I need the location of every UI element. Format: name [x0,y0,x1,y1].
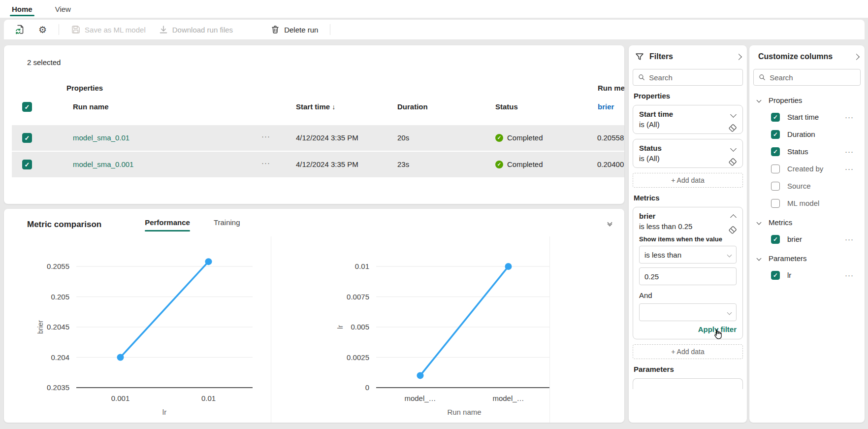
checkbox[interactable] [771,182,780,191]
filter-condition: is less than 0.25 [639,222,737,231]
checkbox[interactable] [771,130,780,139]
trash-icon [270,25,280,34]
collapse-panel-icon[interactable] [853,54,860,60]
filter-condition: is (All) [639,120,737,129]
column-header-start-time[interactable]: Start time↓ [296,102,335,111]
chevron-down-icon [727,252,732,257]
save-as-ml-model-button[interactable]: Save as ML model [67,23,150,36]
rerun-button[interactable] [11,22,30,37]
chevron-down-icon [757,256,762,261]
filters-properties-heading: Properties [634,92,742,100]
filters-metrics-heading: Metrics [634,194,742,202]
chart-lr-vs-run-name: 00.00250.0050.00750.01model_…model_…Run … [271,236,550,423]
filters-search-input[interactable] [649,73,738,82]
column-toggle-ml-model: ML model [753,195,861,212]
eraser-icon[interactable] [728,225,738,235]
tab-view[interactable]: View [54,1,72,17]
svg-text:0.0025: 0.0025 [347,353,369,362]
tab-home[interactable]: Home [11,1,33,17]
checkbox[interactable] [771,271,780,280]
column-group-run-metrics: Run me [598,84,624,92]
checkbox[interactable] [771,147,780,156]
status-cell: Completed [495,133,543,142]
customize-columns-panel: Customize columns Properties Start time … [749,45,865,423]
svg-text:lr: lr [162,408,166,416]
row-checkbox[interactable] [22,160,32,169]
svg-text:0: 0 [365,383,369,392]
toolbar-divider [59,24,59,35]
second-operator-dropdown[interactable] [639,303,737,321]
row-more-options[interactable]: ··· [261,132,270,140]
column-toggle-brier: brier ··· [753,231,861,248]
and-label: And [639,291,737,299]
save-icon [71,25,81,34]
item-more-options[interactable]: ··· [845,271,854,279]
svg-text:0.0075: 0.0075 [347,293,369,301]
filter-card-status[interactable]: Status is (All) [633,139,743,168]
delete-run-label: Delete run [284,26,318,34]
column-toggle-start-time: Start time ··· [753,108,861,126]
metric-comparison-card: Metric comparison Performance Training 0… [4,209,624,423]
search-icon [638,73,645,81]
table-row[interactable]: model_sma_0.001 ··· 4/12/2024 3:35 PM 23… [12,152,624,177]
operator-value: is less than [644,251,681,259]
group-properties[interactable]: Properties [753,92,861,108]
run-name-link[interactable]: model_sma_0.001 [73,160,133,168]
checkbox[interactable] [771,235,780,244]
column-group-properties: Properties [66,84,103,92]
search-icon [759,73,766,81]
item-more-options[interactable]: ··· [845,147,854,156]
svg-text:0.01: 0.01 [201,394,216,402]
tab-performance[interactable]: Performance [145,218,190,230]
column-header-status[interactable]: Status [495,102,518,111]
run-name-link[interactable]: model_sma_0.01 [73,133,129,142]
add-data-button[interactable]: + Add data [633,173,743,188]
eraser-icon[interactable] [728,157,738,167]
filter-value-input[interactable] [639,267,737,285]
filter-name: Status [639,144,737,152]
item-more-options[interactable]: ··· [845,235,854,243]
operator-dropdown[interactable]: is less than [639,246,737,264]
row-more-options[interactable]: ··· [261,159,270,167]
collapse-panel-icon[interactable] [736,54,742,60]
row-checkbox[interactable] [22,133,32,143]
group-parameters[interactable]: Parameters [753,250,861,266]
item-more-options[interactable]: ··· [845,113,854,121]
tab-training[interactable]: Training [214,218,240,230]
svg-text:0.2035: 0.2035 [47,383,69,392]
download-run-files-button[interactable]: Download run files [155,23,237,36]
checkbox[interactable] [771,113,780,122]
filter-name: brier [639,212,737,220]
toolbar-divider [330,24,330,35]
brier-cell: 0.20558 [597,133,624,142]
column-header-run-name[interactable]: Run name [73,102,109,111]
svg-text:0.205: 0.205 [51,293,69,301]
column-toggle-duration: Duration [753,126,861,143]
brier-cell: 0.20400 [597,160,624,168]
column-header-duration[interactable]: Duration [397,102,428,111]
filter-name: Start time [639,110,737,118]
item-more-options[interactable]: ··· [845,165,854,173]
add-data-button[interactable]: + Add data [633,344,743,359]
column-header-brier[interactable]: brier [598,102,614,111]
filters-search[interactable] [633,69,743,86]
checkbox[interactable] [771,199,780,208]
table-row[interactable]: model_sma_0.01 ··· 4/12/2024 3:35 PM 20s… [12,125,624,151]
checkbox[interactable] [771,165,780,173]
completed-status-icon [495,161,503,168]
customize-search-input[interactable] [770,73,855,82]
customize-search[interactable] [753,69,861,86]
filter-card-start-time[interactable]: Start time is (All) [633,105,743,134]
svg-text:0.2055: 0.2055 [47,262,69,270]
filter-card-parameters-partial[interactable] [633,378,743,389]
delete-run-button[interactable]: Delete run [266,23,322,36]
toolbar: ⚙ Save as ML model Download run files De… [4,20,865,39]
group-metrics[interactable]: Metrics [753,214,861,231]
collapse-section-button[interactable] [608,221,611,226]
eraser-icon[interactable] [728,123,738,133]
cursor-pointer-icon [712,329,723,341]
select-all-checkbox[interactable] [22,102,32,112]
svg-text:model_…: model_… [492,394,524,402]
chevron-down-icon [757,220,762,225]
settings-button[interactable]: ⚙ [34,23,51,36]
